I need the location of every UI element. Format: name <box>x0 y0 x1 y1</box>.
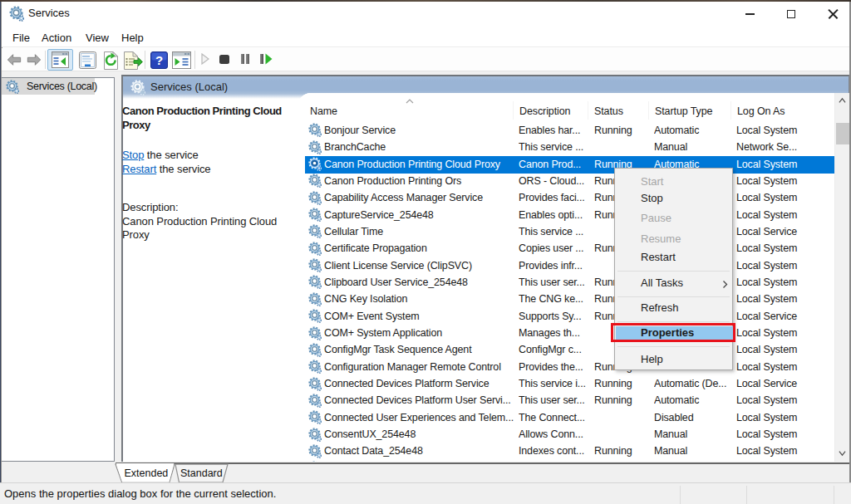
svg-text:Standard: Standard <box>180 467 223 479</box>
svg-text:Extended: Extended <box>125 467 169 479</box>
svg-text:?: ? <box>155 53 163 67</box>
